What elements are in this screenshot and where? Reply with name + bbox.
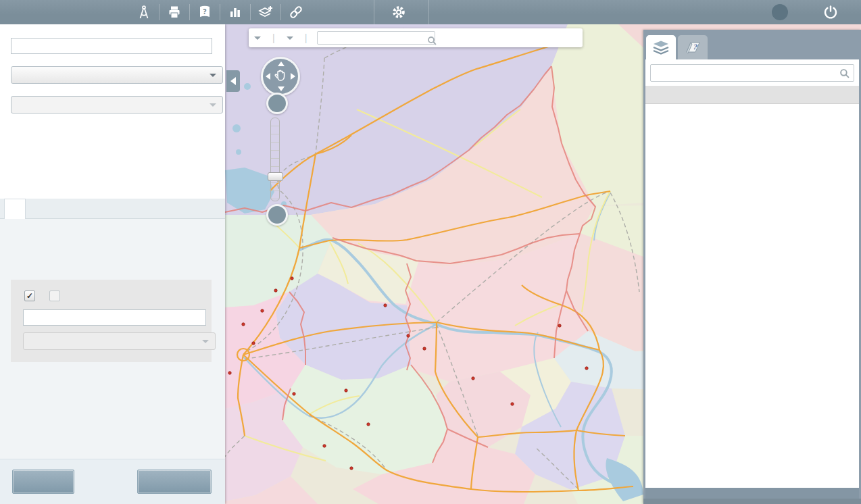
hand-icon — [273, 68, 288, 83]
left-panel-tabs — [0, 199, 225, 219]
geometry-type-select — [11, 96, 223, 114]
power-icon — [823, 5, 838, 20]
attributes-tab-content — [0, 219, 225, 459]
pan-up-icon[interactable] — [278, 61, 285, 66]
layers-panel-tabs: ? — [643, 30, 861, 59]
panel-footer — [0, 459, 225, 504]
map-search-input[interactable] — [317, 31, 435, 45]
pan-right-icon[interactable] — [291, 73, 295, 80]
legend-book-icon: ? — [684, 40, 702, 55]
add-layer-icon[interactable] — [255, 3, 276, 21]
chevron-down-icon — [210, 74, 216, 77]
divider — [220, 4, 220, 20]
attribute-card — [11, 280, 212, 362]
divider — [159, 4, 159, 20]
divider — [280, 4, 281, 20]
pan-left-icon[interactable] — [266, 73, 270, 80]
pan-down-icon[interactable] — [278, 86, 285, 91]
layers-pagination — [645, 86, 859, 104]
layers-icon — [652, 40, 670, 55]
app-header: ? — [0, 0, 861, 24]
cancel-button[interactable] — [12, 470, 74, 494]
title-checkbox[interactable] — [24, 291, 35, 301]
panel-bottom-strip — [643, 499, 861, 504]
header-right — [762, 4, 843, 20]
divider — [189, 4, 190, 20]
hide-checkbox[interactable] — [49, 291, 60, 301]
share-link-icon[interactable] — [286, 3, 306, 21]
attribute-name-input[interactable] — [23, 309, 206, 326]
layer-name-input[interactable] — [11, 38, 212, 54]
management-button[interactable] — [374, 0, 429, 24]
tab-legend[interactable]: ? — [678, 35, 708, 59]
chevron-down-icon — [210, 103, 216, 107]
chevron-down-icon — [202, 340, 209, 343]
map-toolbar: | | — [249, 28, 583, 47]
stats-chart-icon[interactable] — [225, 3, 245, 21]
measure-icon[interactable] — [134, 3, 154, 21]
group-select[interactable] — [11, 66, 223, 84]
collapse-left-panel-button[interactable] — [226, 70, 240, 92]
chevron-down-icon[interactable] — [287, 36, 293, 40]
divider: | — [272, 32, 275, 43]
search-icon — [839, 68, 850, 80]
tab-style[interactable] — [68, 199, 88, 218]
zoom-slider[interactable] — [270, 118, 280, 201]
attribute-type-select — [23, 332, 216, 350]
help-button[interactable] — [772, 4, 788, 20]
layers-search-input[interactable] — [650, 64, 854, 82]
save-button[interactable] — [137, 470, 212, 494]
tab-layers[interactable] — [646, 35, 676, 59]
pan-control[interactable] — [261, 57, 300, 96]
collapse-groups-button[interactable] — [645, 488, 859, 499]
zoom-out-button[interactable] — [266, 204, 288, 226]
help-book-icon[interactable]: ? — [195, 3, 215, 21]
layers-panel-body — [645, 59, 859, 499]
gear-icon — [392, 5, 405, 19]
divider: | — [305, 32, 308, 43]
tab-attributes[interactable] — [4, 199, 26, 219]
zoom-in-button[interactable] — [266, 93, 288, 114]
layers-panel: ? — [643, 30, 861, 504]
layers-search — [645, 59, 859, 86]
print-icon[interactable] — [164, 3, 184, 21]
header-toolbar: ? — [134, 3, 306, 21]
svg-text:?: ? — [203, 8, 207, 16]
divider — [250, 4, 251, 20]
edit-layer-panel — [0, 24, 225, 504]
chevron-down-icon[interactable] — [254, 36, 261, 40]
zoom-slider-handle[interactable] — [268, 172, 283, 181]
